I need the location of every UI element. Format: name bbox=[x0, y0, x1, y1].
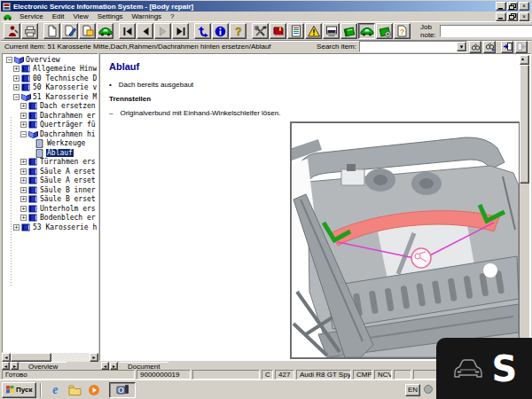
car-front-icon bbox=[451, 357, 485, 380]
expand-icon[interactable]: + bbox=[13, 66, 20, 72]
document-vertical-scrollbar[interactable]: ▲ ▼ bbox=[520, 55, 529, 361]
tray-icon[interactable] bbox=[423, 384, 434, 395]
maintenance-book-button[interactable] bbox=[376, 23, 393, 39]
document-list-button[interactable] bbox=[287, 23, 304, 39]
help-button[interactable]: ? bbox=[230, 23, 246, 39]
tree-scroll-thumb[interactable] bbox=[11, 353, 51, 362]
active-task-button[interactable] bbox=[109, 382, 136, 398]
start-button[interactable]: Пуск bbox=[2, 382, 36, 398]
menu-warnings[interactable]: Warnings bbox=[128, 12, 167, 21]
tree-item-türrahmen-ers[interactable]: +Türrahmen ers bbox=[4, 158, 97, 168]
first-item-button[interactable] bbox=[119, 23, 136, 39]
info-button[interactable] bbox=[212, 23, 229, 39]
vehicle-data-button[interactable] bbox=[358, 23, 375, 39]
expand-icon[interactable]: + bbox=[20, 168, 27, 175]
warnings-button[interactable] bbox=[305, 23, 322, 39]
search-item-combo[interactable]: ▼ bbox=[359, 41, 467, 52]
menu-edit[interactable]: Edit bbox=[48, 12, 69, 21]
tools-button[interactable] bbox=[252, 23, 269, 39]
child-close-button[interactable]: × bbox=[519, 12, 529, 21]
expand-icon[interactable]: + bbox=[20, 215, 27, 221]
collapse-icon[interactable]: − bbox=[6, 57, 12, 63]
menu-service[interactable]: Service bbox=[15, 12, 48, 21]
search-item-input[interactable] bbox=[360, 42, 457, 51]
tree-item-label: Säule B erset bbox=[39, 195, 97, 203]
scroll-up-icon[interactable]: ▲ bbox=[520, 55, 529, 65]
tree-item-overview[interactable]: −Overview bbox=[4, 55, 97, 65]
tree-item-unterholm-ers[interactable]: +Unterholm ers bbox=[4, 204, 97, 214]
goto-document-back-button[interactable] bbox=[515, 41, 528, 53]
expand-icon[interactable]: + bbox=[20, 159, 27, 165]
tree-horizontal-scrollbar[interactable]: ◄ ► bbox=[2, 353, 98, 362]
exit-button[interactable] bbox=[4, 23, 20, 39]
window-title: Electronic Service Information System - … bbox=[13, 3, 495, 11]
manual-button[interactable] bbox=[270, 23, 286, 39]
collapse-icon[interactable]: − bbox=[20, 131, 27, 137]
restore-button[interactable] bbox=[507, 2, 518, 11]
expand-icon[interactable]: + bbox=[20, 121, 27, 128]
media-player-icon[interactable] bbox=[87, 383, 101, 397]
tree-item-bodenblech-er[interactable]: +Bodenblech er bbox=[4, 214, 97, 223]
find-button[interactable] bbox=[469, 41, 481, 53]
goto-document-button[interactable] bbox=[501, 41, 513, 53]
expand-icon[interactable]: + bbox=[20, 103, 27, 109]
return-button[interactable] bbox=[194, 23, 211, 39]
tree-item-säule-a-erset[interactable]: +Säule A erset bbox=[4, 167, 97, 176]
copy-document-button[interactable] bbox=[79, 23, 96, 39]
edit-document-button[interactable] bbox=[61, 23, 78, 39]
tree-item-53-karosserie-h[interactable]: +53 Karosserie h bbox=[4, 223, 97, 232]
tree-item-dachrahmen-hi[interactable]: −Dachrahmen hi bbox=[4, 129, 97, 139]
new-document-button[interactable] bbox=[43, 23, 60, 39]
tree-item-dach-ersetzen[interactable]: +Dach ersetzen bbox=[4, 102, 97, 112]
current-item-bar: Current item: 51 Karosserie Mitte,Dach,R… bbox=[1, 40, 531, 52]
service-book-button[interactable] bbox=[340, 23, 357, 39]
expand-icon[interactable]: + bbox=[13, 84, 20, 90]
tree-scroll-track[interactable] bbox=[11, 353, 90, 362]
last-item-button[interactable] bbox=[172, 23, 189, 39]
scroll-left-icon[interactable]: ◄ bbox=[2, 353, 11, 362]
tree-item-querträger-fü[interactable]: +Querträger fü bbox=[4, 121, 97, 130]
tree-item-label: Allgemeine Hinw bbox=[32, 65, 97, 73]
scroll-right-icon[interactable]: ► bbox=[90, 353, 98, 362]
tree-item-werkzeuge[interactable]: Werkzeuge bbox=[4, 139, 97, 149]
close-button[interactable]: × bbox=[519, 2, 529, 11]
document-help-button[interactable]: ? bbox=[394, 23, 411, 39]
find-next-button[interactable] bbox=[483, 41, 496, 53]
expand-icon[interactable]: + bbox=[20, 196, 27, 202]
expand-icon[interactable]: + bbox=[13, 224, 20, 231]
vehicle-select-button[interactable] bbox=[97, 23, 113, 39]
menu-view[interactable]: View bbox=[68, 12, 92, 21]
menu-settings[interactable]: Settings bbox=[93, 12, 128, 21]
tree-item-label: Dach ersetzen bbox=[39, 102, 97, 110]
tree-item-allgemeine-hinw[interactable]: +Allgemeine Hinw bbox=[4, 65, 97, 74]
tree-item-dachrahmen-er[interactable]: +Dachrahmen er bbox=[4, 111, 97, 121]
monitor-button[interactable] bbox=[323, 23, 340, 39]
tree-item-ablauf[interactable]: Ablauf bbox=[4, 148, 97, 158]
previous-item-button[interactable] bbox=[137, 23, 153, 39]
expand-icon[interactable]: + bbox=[20, 177, 27, 184]
print-button[interactable] bbox=[21, 23, 38, 39]
tree-item-säule-b-inner[interactable]: +Säule B inner bbox=[4, 185, 97, 195]
tree-item-00-technische-d[interactable]: +00 Technische D bbox=[4, 74, 97, 83]
language-indicator[interactable]: EN bbox=[405, 384, 420, 396]
internet-explorer-icon[interactable]: e bbox=[48, 383, 62, 397]
next-item-button[interactable] bbox=[154, 23, 171, 39]
document-scroll-thumb[interactable] bbox=[520, 65, 529, 184]
expand-icon[interactable]: + bbox=[20, 113, 27, 119]
child-restore-button[interactable] bbox=[507, 12, 518, 21]
minimize-button[interactable] bbox=[496, 2, 506, 11]
explorer-folder-icon[interactable] bbox=[67, 383, 82, 397]
combo-dropdown-icon[interactable]: ▼ bbox=[457, 42, 466, 51]
book-icon bbox=[28, 205, 37, 213]
expand-icon[interactable]: + bbox=[20, 187, 27, 193]
tree-item-51-karosserie-m[interactable]: −51 Karosserie M bbox=[4, 92, 97, 102]
tree-item-50-karosserie-v[interactable]: +50 Karosserie v bbox=[4, 83, 97, 93]
tree-item-säule-b-erset[interactable]: +Säule B erset bbox=[4, 195, 97, 205]
job-note-input[interactable] bbox=[441, 26, 532, 37]
expand-icon[interactable]: + bbox=[20, 206, 27, 212]
expand-icon[interactable]: + bbox=[13, 75, 20, 82]
menu-help[interactable]: ? bbox=[166, 12, 178, 21]
tree-item-säule-a-erset[interactable]: +Säule A erset bbox=[4, 176, 97, 186]
child-minimize-button[interactable] bbox=[496, 12, 506, 21]
collapse-icon[interactable]: − bbox=[13, 94, 20, 100]
